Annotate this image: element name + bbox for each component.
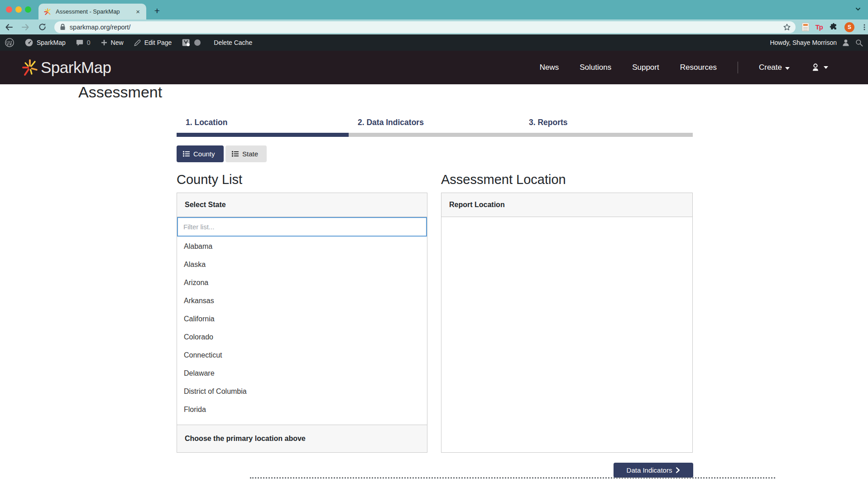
chevron-down-icon: [785, 67, 790, 70]
cropped-dotted-divider: [250, 477, 775, 479]
back-icon[interactable]: [3, 21, 15, 34]
state-option-alaska[interactable]: Alaska: [177, 256, 427, 274]
wp-site-menu[interactable]: SparkMap: [24, 38, 66, 47]
sparkmap-favicon: [44, 8, 51, 15]
nav-item-solutions[interactable]: Solutions: [580, 63, 611, 72]
data-indicators-next-button[interactable]: Data Indicators: [614, 463, 693, 478]
step-tab-location[interactable]: 1. Location: [186, 118, 227, 127]
step-tab-reports[interactable]: 3. Reports: [529, 118, 568, 127]
screen: Assessment - SparkMap × + sparkmap.org/r…: [0, 0, 868, 479]
plus-icon: [101, 39, 108, 46]
browser-toolbar: sparkmap.org/report/ Tp S: [0, 19, 868, 34]
filter-input[interactable]: [177, 217, 427, 237]
reload-icon[interactable]: [36, 21, 49, 34]
window-close-button[interactable]: [6, 6, 12, 13]
puzzle-extensions-icon[interactable]: [829, 23, 838, 32]
wp-search-icon[interactable]: [855, 39, 863, 47]
url-text[interactable]: sparkmap.org/report/: [70, 24, 783, 31]
wp-site-name: SparkMap: [37, 39, 66, 46]
comment-bubble-icon: [76, 39, 84, 47]
chevron-right-icon: [676, 467, 680, 473]
browser-menu-dots-icon[interactable]: [861, 24, 868, 31]
browser-tab[interactable]: Assessment - SparkMap ×: [38, 4, 146, 19]
wp-delete-cache-menu[interactable]: Delete Cache: [214, 39, 252, 46]
wp-howdy-text[interactable]: Howdy, Shaye Morrison: [770, 39, 837, 46]
main-nav: News Solutions Support Resources Create: [540, 62, 828, 73]
site-header: SparkMap News Solutions Support Resource…: [0, 51, 868, 84]
window-zoom-button[interactable]: [25, 6, 31, 13]
assessment-location-title: Assessment Location: [441, 172, 566, 187]
nav-divider: [738, 62, 738, 73]
nav-item-support[interactable]: Support: [632, 63, 659, 72]
wp-delete-cache-label: Delete Cache: [214, 39, 252, 46]
state-option-arizona[interactable]: Arizona: [177, 274, 427, 292]
nav-create-dropdown[interactable]: Create: [759, 63, 790, 72]
gauge-icon: [24, 38, 34, 47]
state-option-colorado[interactable]: Colorado: [177, 328, 427, 346]
page-title: Assessment: [78, 83, 162, 101]
step-progress-fill: [177, 133, 349, 137]
county-toggle-label: County: [193, 150, 215, 158]
primary-location-hint: Choose the primary location above: [177, 425, 427, 452]
state-option-delaware[interactable]: Delaware: [177, 364, 427, 382]
state-option-florida[interactable]: Florida: [177, 401, 427, 419]
logo-text: SparkMap: [41, 58, 111, 77]
tab-search-chevron-icon[interactable]: [855, 6, 861, 12]
report-location-header: Report Location: [441, 193, 692, 217]
chevron-down-icon: [824, 66, 828, 69]
wp-edit-page-menu[interactable]: Edit Page: [134, 39, 172, 47]
window-minimize-button[interactable]: [15, 6, 22, 13]
next-button-label: Data Indicators: [627, 466, 672, 474]
county-list-title: County List: [177, 172, 242, 187]
extension-row: Tp S: [802, 22, 868, 32]
browser-tab-strip: Assessment - SparkMap × +: [0, 0, 868, 19]
nav-item-resources[interactable]: Resources: [680, 63, 717, 72]
wp-new-menu[interactable]: New: [101, 39, 124, 46]
status-dot-icon: [194, 39, 201, 46]
tp-extension-icon[interactable]: Tp: [815, 23, 823, 31]
list-icon: [232, 151, 239, 157]
state-list: Alabama Alaska Arizona Arkansas Californ…: [177, 237, 427, 425]
forward-icon[interactable]: [19, 21, 32, 34]
assessment-location-panel: Report Location: [441, 193, 693, 453]
wp-edit-page-label: Edit Page: [144, 39, 172, 46]
select-state-header: Select State: [177, 193, 427, 217]
list-icon: [183, 151, 190, 157]
lock-icon: [60, 24, 66, 30]
account-person-icon: [810, 63, 820, 73]
wp-yoast-menu[interactable]: [182, 38, 201, 47]
wp-user-icon[interactable]: [841, 38, 850, 47]
county-list-panel: Select State Alabama Alaska Arizona Arka…: [177, 193, 427, 453]
nav-item-news[interactable]: News: [540, 63, 559, 72]
state-option-alabama[interactable]: Alabama: [177, 237, 427, 256]
wp-new-label: New: [111, 39, 124, 46]
nav-account-dropdown[interactable]: [810, 63, 828, 73]
yoast-seo-icon: [182, 38, 191, 47]
spark-logo-icon: [21, 58, 39, 77]
browser-profile-avatar[interactable]: S: [844, 22, 854, 32]
sparkmap-logo[interactable]: SparkMap: [21, 58, 111, 77]
state-toggle-button[interactable]: State: [225, 145, 267, 162]
state-option-california[interactable]: California: [177, 310, 427, 328]
county-toggle-button[interactable]: County: [177, 145, 224, 162]
new-tab-button[interactable]: +: [151, 5, 163, 17]
wp-logo-menu[interactable]: [5, 38, 14, 48]
wp-comments-menu[interactable]: 0: [76, 39, 91, 47]
step-progress-track: [177, 133, 693, 137]
state-toggle-label: State: [242, 150, 258, 158]
address-bar[interactable]: sparkmap.org/report/: [54, 21, 796, 33]
notes-extension-icon[interactable]: [802, 23, 809, 31]
tab-title: Assessment - SparkMap: [56, 8, 135, 15]
nav-create-label: Create: [759, 63, 782, 72]
report-location-body: [441, 217, 692, 452]
tab-close-icon[interactable]: ×: [135, 8, 141, 15]
state-option-arkansas[interactable]: Arkansas: [177, 292, 427, 310]
bookmark-star-icon[interactable]: [783, 23, 791, 31]
state-option-connecticut[interactable]: Connecticut: [177, 346, 427, 364]
pencil-icon: [134, 39, 141, 47]
wp-comments-count: 0: [87, 39, 91, 46]
state-option-district-of-columbia[interactable]: District of Columbia: [177, 382, 427, 401]
step-tab-data-indicators[interactable]: 2. Data Indicators: [358, 118, 424, 127]
wp-admin-bar: SparkMap 0 New Edit Page: [0, 34, 868, 51]
